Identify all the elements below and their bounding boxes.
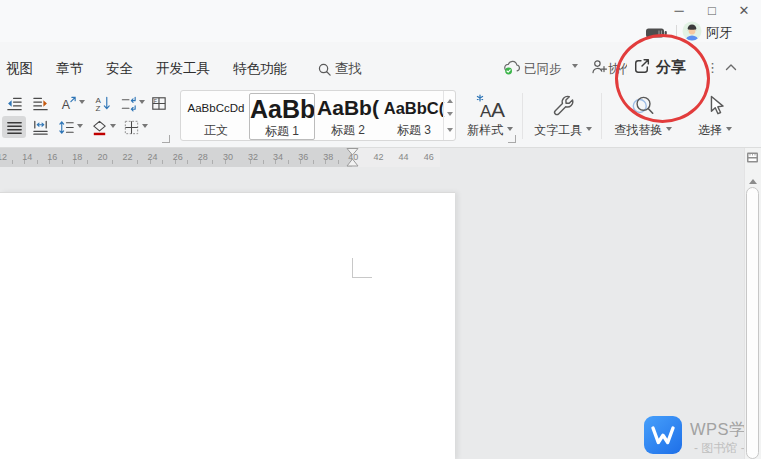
titlebar-separator (676, 25, 677, 38)
new-style-icon: AA (473, 93, 507, 119)
collaborate-label[interactable]: 协作 (608, 61, 627, 78)
style-label: 标题 3 (383, 123, 445, 137)
share-label[interactable]: 分享 (656, 58, 686, 77)
new-style-button[interactable]: AA 新样式 (462, 91, 518, 139)
svg-text:Z: Z (95, 104, 100, 113)
paragraph-marks-button[interactable] (116, 92, 148, 114)
style-preview: AaBb( (315, 93, 381, 122)
decrease-indent-button[interactable] (2, 92, 26, 114)
style-gallery: AaBbCcDd 正文 AaBb 标题 1 AaBb( 标题 2 AaBbC( … (180, 90, 456, 141)
font-scale-dropdown-icon[interactable] (79, 100, 85, 107)
username-label[interactable]: 阿牙 (706, 24, 732, 42)
gallery-more-icon[interactable] (447, 128, 453, 135)
text-tool-button[interactable]: 文字工具 (527, 91, 599, 139)
style-heading2[interactable]: AaBb( 标题 2 (315, 93, 381, 138)
style-heading3[interactable]: AaBbC( 标题 3 (383, 93, 445, 138)
cloud-sync-icon (502, 58, 521, 77)
sync-status-label[interactable]: 已同步 (524, 61, 562, 78)
scroll-up-icon[interactable] (749, 175, 757, 184)
ruler-number: 14 (15, 152, 40, 163)
close-button[interactable]: ✕ (731, 2, 757, 20)
watermark-subtitle: - 图书馆 - (694, 440, 745, 457)
sync-dropdown-icon[interactable] (572, 64, 578, 71)
menu-tab[interactable]: 安全 (106, 60, 133, 77)
borders-button[interactable] (120, 116, 150, 138)
menu-tab[interactable]: 特色功能 (233, 60, 287, 77)
menu-tab[interactable]: 视图 (6, 60, 33, 77)
menu-find-label: 查找 (335, 60, 362, 78)
first-line-indent-marker[interactable] (346, 148, 359, 156)
menu-tabs: 视图章节安全开发工具特色功能 (6, 60, 287, 77)
maximize-button[interactable]: □ (699, 2, 725, 20)
wps-academy-logo (644, 416, 682, 454)
ruler-number: 26 (165, 152, 190, 163)
vertical-scrollbar-thumb[interactable] (746, 187, 759, 459)
menu-tab[interactable]: 章节 (56, 60, 83, 77)
ruler-number: 32 (240, 152, 265, 163)
paragraph-dialog-launcher[interactable] (162, 135, 170, 143)
ruler-number: 24 (140, 152, 165, 163)
find-replace-label: 查找替换 (614, 122, 671, 139)
search-icon (317, 62, 332, 77)
style-label: 标题 2 (315, 123, 381, 137)
style-dialog-launcher[interactable] (508, 135, 516, 143)
minimize-button[interactable]: ─ (666, 2, 692, 20)
gallery-scroll-down-icon[interactable] (447, 112, 453, 119)
ruler-number: 28 (190, 152, 215, 163)
shading-button[interactable] (88, 116, 118, 138)
line-spacing-dropdown-icon[interactable] (77, 124, 83, 131)
collaborate-icon (590, 58, 608, 76)
ruler-number: 42 (366, 152, 391, 163)
ruler-number: 12 (0, 152, 15, 163)
borders-dropdown-icon[interactable] (142, 124, 148, 131)
menu-tab[interactable]: 开发工具 (156, 60, 210, 77)
find-replace-icon (629, 93, 657, 119)
style-heading1[interactable]: AaBb 标题 1 (249, 93, 315, 140)
ribbon-separator (601, 93, 602, 139)
style-normal[interactable]: AaBbCcDd 正文 (185, 93, 247, 138)
character-spacing-button[interactable] (28, 116, 52, 138)
sort-button[interactable]: AZ (90, 92, 114, 114)
svg-text:A: A (491, 98, 505, 119)
ruler-toggle-icon[interactable] (746, 151, 759, 164)
ruler-number: 34 (266, 152, 291, 163)
select-button[interactable]: 选择 (688, 91, 742, 139)
margin-corner-mark (352, 277, 372, 278)
wps-writer-window: ─ □ ✕ 阿牙 视图章节安全开发工具特色功能 查找 (0, 0, 761, 459)
document-page[interactable] (0, 192, 455, 459)
ruler-number: 46 (416, 152, 441, 163)
find-replace-button[interactable]: 查找替换 (605, 91, 681, 139)
text-tool-label: 文字工具 (534, 122, 591, 139)
more-menu-icon[interactable]: ⋮ (706, 60, 719, 76)
ruler-number: 38 (316, 152, 341, 163)
battery-icon (645, 26, 669, 40)
style-gallery-scroll (443, 91, 455, 140)
gallery-scroll-up-icon[interactable] (447, 96, 453, 103)
ruler-number: 20 (90, 152, 115, 163)
ruler-number: 30 (215, 152, 240, 163)
line-spacing-button[interactable] (54, 116, 86, 138)
svg-text:F: F (153, 98, 156, 104)
style-label: 标题 1 (250, 124, 314, 138)
style-label: 正文 (185, 123, 247, 137)
collapse-ribbon-icon[interactable] (724, 61, 738, 73)
ruler-number: 18 (65, 152, 90, 163)
paragraph-marks-dropdown-icon[interactable] (139, 100, 145, 107)
user-avatar[interactable] (682, 21, 702, 41)
style-preview: AaBb (250, 94, 314, 123)
share-icon[interactable] (631, 56, 652, 77)
style-preview: AaBbCcDd (185, 93, 247, 122)
shading-dropdown-icon[interactable] (110, 124, 116, 131)
justify-button[interactable] (2, 116, 26, 138)
wrench-icon (550, 93, 576, 119)
ruler-numbers: 121416182022242628303234363840424446 (0, 152, 441, 163)
increase-indent-button[interactable] (28, 92, 52, 114)
menu-find[interactable]: 查找 (317, 60, 362, 78)
ruler-number: 22 (115, 152, 140, 163)
new-style-label: 新样式 (467, 122, 512, 139)
right-indent-marker[interactable] (346, 158, 359, 167)
font-scale-button[interactable]: A (56, 92, 88, 114)
select-label: 选择 (698, 122, 731, 139)
document-grid-button[interactable]: F (146, 92, 170, 114)
margin-corner-mark (352, 258, 353, 278)
